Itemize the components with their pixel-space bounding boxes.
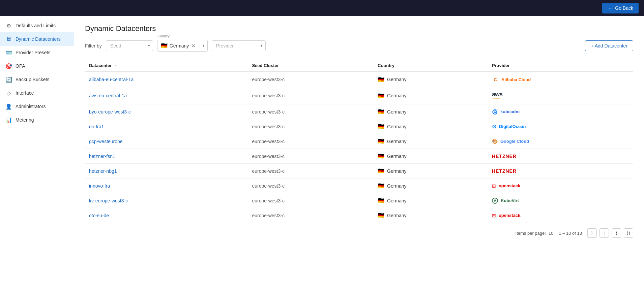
country-clear-button[interactable]: ✕ <box>191 43 196 48</box>
cell-provider: 🌀kubeadm <box>488 104 633 119</box>
sidebar-label-interface: Interface <box>16 90 34 96</box>
provider-dropdown[interactable]: Provider ▾ <box>212 40 266 51</box>
seed-placeholder: Seed <box>110 43 121 48</box>
germany-flag: 🇩🇪 <box>161 42 168 49</box>
country-text: Germany <box>387 93 407 98</box>
cell-country: 🇩🇪 Germany <box>374 87 488 104</box>
provider-name: openstack. <box>499 213 522 218</box>
table-row: aws-eu-central-1a europe-west3-c 🇩🇪 Germ… <box>85 87 633 104</box>
country-text: Germany <box>387 183 407 189</box>
sidebar-item-defaults-limits[interactable]: ⚙ Defaults and Limits <box>0 19 74 32</box>
sidebar-item-provider-presets[interactable]: 🪪 Provider Presets <box>0 46 74 59</box>
cell-seed-cluster: europe-west3-c <box>248 119 374 134</box>
col-seed-cluster: Seed Cluster <box>248 60 374 72</box>
cell-provider: HETZNER <box>488 164 633 179</box>
pagination-next-button[interactable]: ⟩ <box>612 228 621 238</box>
pagination-last-button[interactable]: ⟩⟩ <box>624 228 633 238</box>
cell-country: 🇩🇪 Germany <box>374 164 488 179</box>
provider-name: kubeadm <box>500 109 520 114</box>
cell-country: 🇩🇪 Germany <box>374 104 488 119</box>
country-text: Germany <box>387 109 407 115</box>
cell-datacenter[interactable]: byo-europe-west3-c <box>85 104 248 119</box>
sidebar-icon-backup-buckets: 🔄 <box>5 76 12 83</box>
add-datacenter-button[interactable]: + Add Datacenter <box>585 40 633 51</box>
table-row: do-fra1 europe-west3-c 🇩🇪 Germany ⊙Digit… <box>85 119 633 134</box>
top-bar: ← Go Back <box>0 0 644 16</box>
cell-provider: ⊞openstack. <box>488 179 633 193</box>
aws-logo: aws ~~~~~ <box>492 91 502 100</box>
table-row: hetzner-fsn1 europe-west3-c 🇩🇪 Germany H… <box>85 149 633 164</box>
cell-provider: ⊞openstack. <box>488 208 633 223</box>
go-back-button[interactable]: ← Go Back <box>602 3 639 13</box>
flag-icon: 🇩🇪 <box>378 153 384 159</box>
google-icon: 🎨 <box>492 139 498 144</box>
seed-dropdown[interactable]: Seed ▾ <box>106 40 153 51</box>
sidebar-icon-provider-presets: 🪪 <box>5 49 12 56</box>
col-country-label: Country <box>378 63 394 68</box>
cell-country: 🇩🇪 Germany <box>374 119 488 134</box>
country-text: Germany <box>387 213 407 218</box>
table-row: kv-europe-west3-c europe-west3-c 🇩🇪 Germ… <box>85 193 633 208</box>
sidebar-item-interface[interactable]: ◇ Interface <box>0 86 74 100</box>
openstack-icon: ⊞ <box>492 213 496 218</box>
sidebar-item-backup-buckets[interactable]: 🔄 Backup Buckets <box>0 73 74 86</box>
cell-datacenter[interactable]: do-fra1 <box>85 119 248 134</box>
cell-datacenter[interactable]: kv-europe-west3-c <box>85 193 248 208</box>
flag-icon: 🇩🇪 <box>378 93 384 99</box>
cell-datacenter[interactable]: otc-eu-de <box>85 208 248 223</box>
sort-icon: ↑ <box>114 64 116 68</box>
col-provider: Provider <box>488 60 633 72</box>
cell-seed-cluster: europe-west3-c <box>248 164 374 179</box>
sidebar-item-administrators[interactable]: 👤 Administrators <box>0 100 74 113</box>
provider-chevron-icon: ▾ <box>261 43 263 48</box>
alibaba-icon: C <box>492 76 499 83</box>
pagination-row: Items per page: 10 1 – 10 of 13 ⟨⟨ ⟨ ⟩ ⟩… <box>85 223 633 238</box>
cell-seed-cluster: europe-west3-c <box>248 193 374 208</box>
pagination-first-button[interactable]: ⟨⟨ <box>587 228 597 238</box>
kubeadm-icon: 🌀 <box>492 109 498 115</box>
provider-name: openstack. <box>499 183 522 188</box>
country-text: Germany <box>387 154 407 159</box>
sidebar-item-metering[interactable]: 📊 Metering <box>0 113 74 127</box>
main-content: Dynamic Datacenters Filter by Seed ▾ Cou… <box>74 16 644 292</box>
cell-seed-cluster: europe-west3-c <box>248 72 374 87</box>
cell-country: 🇩🇪 Germany <box>374 149 488 164</box>
provider-name: Google Cloud <box>500 139 529 144</box>
add-datacenter-label: + Add Datacenter <box>591 43 627 48</box>
pagination-range: 1 – 10 of 13 <box>559 231 582 236</box>
cell-provider: HETZNER <box>488 149 633 164</box>
col-country: Country <box>374 60 488 72</box>
col-datacenter-label: Datacenter <box>89 63 112 68</box>
sidebar-label-dynamic-datacenters: Dynamic Datacenters <box>16 36 61 42</box>
sidebar-label-metering: Metering <box>16 117 34 123</box>
pagination-prev-button[interactable]: ⟨ <box>599 228 609 238</box>
cell-datacenter[interactable]: innovo-fra <box>85 179 248 193</box>
country-dropdown[interactable]: 🇩🇪 Germany ✕ ▾ <box>157 40 208 52</box>
cell-datacenter[interactable]: gcp-westeurope <box>85 134 248 149</box>
flag-icon: 🇩🇪 <box>378 138 384 144</box>
country-text: Germany <box>387 139 407 144</box>
cell-country: 🇩🇪 Germany <box>374 179 488 193</box>
country-chevron-icon: ▾ <box>203 43 205 48</box>
sidebar-label-defaults-limits: Defaults and Limits <box>16 23 56 28</box>
table-header: Datacenter ↑ Seed Cluster Country Provid… <box>85 60 633 72</box>
country-value: Germany <box>170 43 189 48</box>
cell-datacenter[interactable]: hetzner-nbg1 <box>85 164 248 179</box>
country-filter-wrapper: Country 🇩🇪 Germany ✕ ▾ <box>157 40 208 52</box>
seed-chevron-icon: ▾ <box>148 43 150 48</box>
cell-provider: CAlibaba Cloud <box>488 72 633 87</box>
country-text: Germany <box>387 168 407 174</box>
flag-icon: 🇩🇪 <box>378 76 384 83</box>
sidebar-item-opa[interactable]: 🎯 OPA <box>0 59 74 73</box>
table-row: gcp-westeurope europe-west3-c 🇩🇪 Germany… <box>85 134 633 149</box>
sidebar-icon-defaults-limits: ⚙ <box>5 22 12 29</box>
cell-datacenter[interactable]: aws-eu-central-1a <box>85 87 248 104</box>
cell-datacenter[interactable]: hetzner-fsn1 <box>85 149 248 164</box>
page-title: Dynamic Datacenters <box>85 24 633 33</box>
cell-datacenter[interactable]: alibaba-eu-central-1a <box>85 72 248 87</box>
sidebar-label-administrators: Administrators <box>16 104 46 109</box>
provider-name: KubeVirt <box>501 198 519 203</box>
cell-provider: VKubeVirt <box>488 193 633 208</box>
sidebar-item-dynamic-datacenters[interactable]: 🖥 Dynamic Datacenters <box>0 32 74 46</box>
col-provider-label: Provider <box>492 63 510 68</box>
